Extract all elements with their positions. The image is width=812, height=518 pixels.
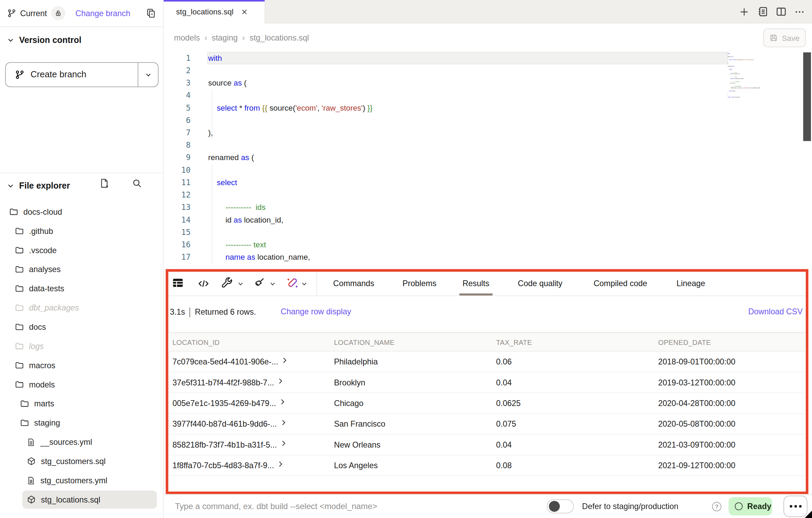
save-button[interactable]: Save — [763, 29, 806, 47]
expand-cell-icon[interactable] — [280, 419, 287, 426]
folder-icon — [20, 399, 29, 408]
code-line-5[interactable]: select * from {{ source('ecom', 'raw_sto… — [208, 102, 373, 114]
breadcrumb-item[interactable]: stg_locations.sql — [250, 33, 309, 42]
compiled-code-button[interactable] — [198, 278, 209, 289]
copy-branch-button[interactable] — [146, 8, 156, 18]
file-tree-item-models[interactable]: models — [0, 375, 163, 394]
chevron-down-icon[interactable] — [269, 281, 276, 288]
file-tree-item-marts[interactable]: marts — [0, 394, 163, 413]
expand-cell-icon[interactable] — [278, 461, 284, 467]
file-tree-item-docs-cloud[interactable]: docs-cloud — [0, 202, 163, 222]
table-row[interactable]: 7c079cea-5ed4-4101-906e-...Philadelphia0… — [168, 351, 805, 372]
file-tree-item-stg-customers-sql[interactable]: stg_customers.sql — [0, 452, 163, 471]
file-tree: docs-cloud.github.vscodeanalysesdata-tes… — [0, 202, 163, 509]
file-tree-item-analyses[interactable]: analyses — [0, 260, 163, 279]
results-panel-tab-commands[interactable]: Commands — [333, 272, 374, 295]
format-menu-button[interactable] — [253, 277, 265, 289]
file-tree-item-vscode[interactable]: .vscode — [0, 240, 163, 260]
change-row-display-link[interactable]: Change row display — [281, 307, 351, 316]
code-line-4[interactable] — [208, 89, 373, 102]
download-csv-link[interactable]: Download CSV — [748, 307, 803, 316]
table-grid-icon — [172, 277, 184, 289]
chevron-down-icon[interactable] — [301, 281, 308, 288]
code-line-1[interactable]: with — [208, 52, 373, 64]
results-panel-tab-problems[interactable]: Problems — [403, 272, 437, 295]
chevron-down-icon[interactable] — [237, 281, 244, 288]
file-tree-item-docs[interactable]: docs — [0, 317, 163, 337]
code-line-7[interactable]: ), — [208, 126, 373, 139]
file-tree-item-stg-locations-sql[interactable]: stg_locations.sql — [0, 490, 163, 509]
folder-icon — [15, 380, 24, 389]
results-panel-tab-compiled-code[interactable]: Compiled code — [594, 272, 647, 295]
new-file-button[interactable] — [100, 178, 109, 188]
results-panel-tab-lineage[interactable]: Lineage — [676, 272, 705, 295]
new-file-icon — [100, 178, 109, 188]
copilot-pen-icon — [286, 277, 299, 289]
file-tree-item-stg-customers-yml[interactable]: stg_customers.yml — [0, 471, 163, 490]
table-row[interactable]: 37e5f311-b7f4-4f2f-988b-7...Brooklyn0.04… — [168, 372, 805, 393]
create-branch-button[interactable]: Create branch — [5, 62, 159, 87]
expand-cell-icon[interactable] — [278, 378, 284, 384]
code-lines[interactable]: withsource as ( select * from {{ source(… — [208, 52, 373, 263]
code-line-6[interactable] — [208, 114, 373, 126]
ellipsis-icon — [794, 7, 805, 17]
results-panel-tab-code-quality[interactable]: Code quality — [518, 272, 562, 295]
code-line-2[interactable] — [208, 64, 373, 77]
code-line-9[interactable]: renamed as ( — [208, 151, 373, 164]
file-model-icon — [27, 495, 36, 504]
expand-cell-icon[interactable] — [280, 399, 286, 405]
file-explorer-title: File explorer — [19, 181, 70, 191]
file-tree-item-logs[interactable]: logs — [0, 337, 163, 356]
code-line-13[interactable]: ---------- ids — [208, 201, 373, 214]
defer-toggle[interactable] — [547, 499, 573, 514]
split-editor-button[interactable] — [776, 6, 787, 17]
breadcrumb-item[interactable]: models — [174, 33, 200, 42]
table-row[interactable]: 005e7e1c-1935-4269-b479...Chicago0.06252… — [168, 393, 805, 414]
expand-cell-icon[interactable] — [280, 440, 287, 447]
code-line-10[interactable] — [208, 164, 373, 176]
file-tree-item-data-tests[interactable]: data-tests — [0, 279, 163, 298]
expand-cell-icon[interactable] — [282, 357, 288, 363]
build-menu-button[interactable] — [221, 277, 233, 289]
search-files-button[interactable] — [132, 178, 142, 188]
new-tab-button[interactable] — [739, 7, 749, 17]
close-tab-button[interactable] — [241, 8, 248, 15]
code-line-15[interactable] — [208, 226, 373, 238]
file-tree-item-macros[interactable]: macros — [0, 356, 163, 375]
tab-stg-locations-sql[interactable]: stg_locations.sql — [164, 0, 265, 23]
minimap[interactable]: with source as ( select * from {{ source… — [728, 53, 790, 98]
editor-scrollbar[interactable] — [803, 52, 811, 141]
code-line-11[interactable]: select — [208, 176, 373, 189]
file-tree-item-label: stg_customers.sql — [41, 457, 105, 466]
editor-overflow-menu-button[interactable] — [794, 7, 805, 17]
cell-location-id: 3977f440-b87d-461b-9dd6-... — [172, 414, 287, 435]
editor-panel-button[interactable] — [757, 6, 768, 17]
code-line-8[interactable] — [208, 139, 373, 151]
version-control-header[interactable]: Version control — [7, 35, 81, 45]
help-icon[interactable]: ? — [712, 502, 721, 511]
file-tree-item-dbt-packages[interactable]: dbt_packages — [0, 298, 163, 317]
code-line-12[interactable] — [208, 189, 373, 201]
copilot-menu-button[interactable] — [286, 277, 299, 289]
table-row[interactable]: 858218fb-73f7-4b1b-a31f-5...New Orleans0… — [168, 435, 805, 455]
command-input[interactable] — [174, 499, 506, 514]
current-branch-label: Current — [20, 9, 47, 18]
create-branch-dropdown[interactable] — [138, 63, 158, 87]
table-row[interactable]: 1f8ffa70-7cb5-4d83-8a7f-9...Los Angeles0… — [168, 455, 805, 476]
file-explorer-header[interactable]: File explorer — [7, 178, 156, 193]
results-panel-tab-results[interactable]: Results — [463, 272, 489, 295]
file-tree-item-sources-yml[interactable]: __sources.yml — [0, 432, 163, 452]
table-row[interactable]: 3977f440-b87d-461b-9dd6-...San Francisco… — [168, 414, 805, 435]
breadcrumb-item[interactable]: staging — [212, 33, 237, 42]
code-editor[interactable]: 1234567891011121314151617 withsource as … — [164, 52, 812, 269]
broom-icon — [253, 277, 265, 289]
file-tree-item-github[interactable]: .github — [0, 222, 163, 241]
code-line-16[interactable]: ---------- text — [208, 238, 373, 251]
change-branch-link[interactable]: Change branch — [76, 9, 130, 18]
command-bar-overflow-button[interactable] — [784, 496, 807, 517]
code-line-3[interactable]: source as ( — [208, 77, 373, 89]
code-line-17[interactable]: name as location_name, — [208, 251, 373, 263]
code-line-14[interactable]: id as location_id, — [208, 214, 373, 226]
file-tree-item-staging[interactable]: staging — [0, 413, 163, 432]
preview-table-button[interactable] — [172, 277, 184, 289]
